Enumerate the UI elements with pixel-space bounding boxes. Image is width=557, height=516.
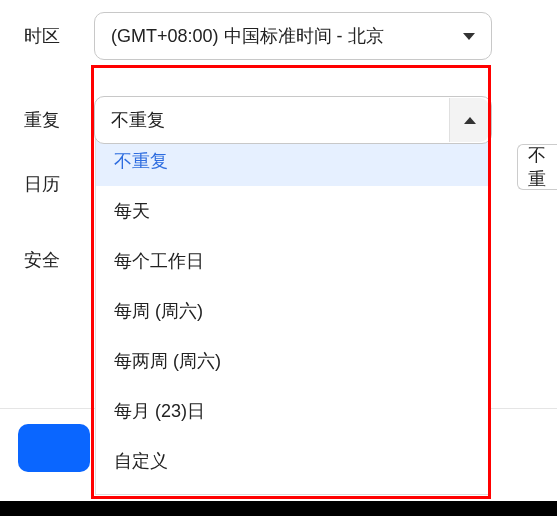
repeat-option-weekdays[interactable]: 每个工作日 bbox=[96, 236, 489, 286]
chevron-down-icon bbox=[463, 33, 475, 40]
repeat-option-weekly[interactable]: 每周 (周六) bbox=[96, 286, 489, 336]
repeat-label: 重复 bbox=[24, 108, 74, 132]
repeat-hint-partial: 不重 bbox=[517, 144, 557, 190]
repeat-option-daily[interactable]: 每天 bbox=[96, 186, 489, 236]
repeat-option-custom[interactable]: 自定义 bbox=[96, 436, 489, 486]
repeat-caret-container bbox=[449, 98, 489, 142]
calendar-label: 日历 bbox=[24, 172, 74, 196]
timezone-select[interactable]: (GMT+08:00) 中国标准时间 - 北京 bbox=[94, 12, 492, 60]
repeat-value: 不重复 bbox=[111, 108, 449, 132]
chevron-up-icon bbox=[464, 117, 476, 124]
timezone-value: (GMT+08:00) 中国标准时间 - 北京 bbox=[111, 24, 463, 48]
repeat-dropdown: 不重复 每天 每个工作日 每周 (周六) 每两周 (周六) 每月 (23)日 自… bbox=[95, 128, 490, 495]
primary-button[interactable] bbox=[18, 424, 90, 472]
repeat-option-monthly[interactable]: 每月 (23)日 bbox=[96, 386, 489, 436]
timezone-label: 时区 bbox=[24, 24, 74, 48]
repeat-option-biweekly[interactable]: 每两周 (周六) bbox=[96, 336, 489, 386]
repeat-select[interactable]: 不重复 bbox=[94, 96, 492, 144]
security-label: 安全 bbox=[24, 248, 74, 272]
taskbar bbox=[0, 501, 557, 516]
